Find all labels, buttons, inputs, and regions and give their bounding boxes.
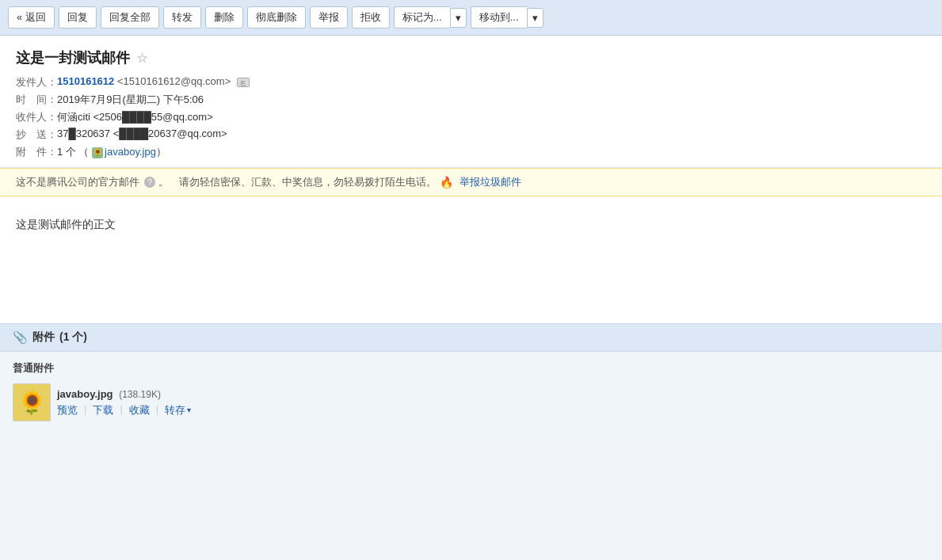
email-subject-row: 这是一封测试邮件 ☆: [16, 48, 926, 67]
back-button[interactable]: « 返回: [8, 6, 55, 29]
email-body: 这是测试邮件的正文: [0, 196, 942, 323]
from-row: 发件人： 1510161612 <1510161612@qq.com> 名: [16, 75, 926, 90]
move-to-group: 移动到... ▾: [471, 6, 543, 29]
email-container: 这是一封测试邮件 ☆ 发件人： 1510161612 <1510161612@q…: [0, 36, 942, 323]
attachment-category-label: 普通附件: [13, 361, 929, 375]
email-subject: 这是一封测试邮件: [16, 48, 130, 67]
cc-value: 37█320637 <████20637@qq.com>: [57, 128, 227, 139]
warning-text2: 。 请勿轻信密保、汇款、中奖信息，勿轻易拨打陌生电话。: [158, 175, 437, 189]
warning-banner: 这不是腾讯公司的官方邮件 ? 。 请勿轻信密保、汇款、中奖信息，勿轻易拨打陌生电…: [0, 168, 942, 196]
from-label: 发件人：: [16, 75, 57, 90]
attachments-count-label: (1 个): [59, 330, 87, 345]
attachment-transfer-group: 转存 ▾: [165, 403, 191, 417]
move-to-arrow-button[interactable]: ▾: [527, 8, 543, 28]
attachment-item: 🌻 javaboy.jpg (138.19K) 预览 | 下载 | 收藏 |: [13, 383, 929, 421]
email-meta: 发件人： 1510161612 <1510161612@qq.com> 名 时 …: [16, 75, 926, 159]
attachment-collect-link[interactable]: 收藏: [129, 403, 150, 417]
attachments-body: 普通附件 🌻 javaboy.jpg (138.19K) 预览 | 下载 |: [0, 352, 942, 437]
time-value: 2019年7月9日(星期二) 下午5:06: [57, 93, 204, 107]
separator-3: |: [156, 403, 158, 417]
attachment-preview-link[interactable]: 预览: [57, 403, 78, 417]
attachment-transfer-link[interactable]: 转存: [165, 403, 185, 417]
to-value: 何涵citi <2506████55@qq.com>: [57, 110, 213, 124]
reject-button[interactable]: 拒收: [352, 6, 390, 29]
time-row: 时 间： 2019年7月9日(星期二) 下午5:06: [16, 93, 926, 107]
attachment-actions: 预览 | 下载 | 收藏 | 转存 ▾: [57, 403, 191, 417]
attachments-header-label: 附件: [32, 330, 55, 345]
thumbnail-sunflower-icon: 🌻: [18, 390, 46, 416]
sender-name[interactable]: 1510161612: [57, 75, 114, 87]
to-row: 收件人： 何涵citi <2506████55@qq.com>: [16, 110, 926, 124]
report-spam-link[interactable]: 举报垃圾邮件: [460, 175, 521, 189]
from-value: 1510161612 <1510161612@qq.com> 名: [57, 75, 250, 87]
attachments-header: 📎 附件 (1 个): [0, 324, 942, 352]
reply-all-button[interactable]: 回复全部: [101, 6, 159, 29]
attachment-file-link[interactable]: 🌻javaboy.jpg: [89, 146, 155, 158]
mark-as-group: 标记为... ▾: [394, 6, 467, 29]
report-button[interactable]: 举报: [310, 6, 348, 29]
attachment-label: 附 件：: [16, 145, 57, 159]
sender-email: <1510161612@qq.com>: [117, 75, 231, 87]
toolbar: « 返回 回复 回复全部 转发 删除 彻底删除 举报 拒收 标记为... ▾ 移…: [0, 0, 942, 36]
cc-row: 抄 送： 37█320637 <████20637@qq.com>: [16, 128, 926, 142]
warning-question-icon[interactable]: ?: [144, 177, 155, 188]
separator-1: |: [84, 403, 86, 417]
attachments-section: 📎 附件 (1 个) 普通附件 🌻 javaboy.jpg (138.19K) …: [0, 323, 942, 437]
email-header: 这是一封测试邮件 ☆ 发件人： 1510161612 <1510161612@q…: [0, 36, 942, 168]
attachment-meta-value: 1 个 （ 🌻javaboy.jpg）: [57, 145, 166, 159]
attachment-file-row: 🌻 javaboy.jpg (138.19K) 预览 | 下载 | 收藏 |: [13, 383, 929, 421]
transfer-arrow-icon[interactable]: ▾: [187, 406, 191, 414]
delete-permanent-button[interactable]: 彻底删除: [247, 6, 306, 29]
move-to-button[interactable]: 移动到...: [471, 6, 527, 29]
delete-button[interactable]: 删除: [205, 6, 243, 29]
attachment-filename: javaboy.jpg (138.19K): [57, 388, 191, 400]
attachment-thumbnail: 🌻: [13, 383, 51, 421]
clip-icon: 📎: [13, 330, 28, 345]
mark-as-button[interactable]: 标记为...: [394, 6, 450, 29]
attachment-info: javaboy.jpg (138.19K) 预览 | 下载 | 收藏 | 转存 …: [57, 388, 191, 417]
contact-card-icon[interactable]: 名: [237, 78, 250, 87]
reply-button[interactable]: 回复: [59, 6, 97, 29]
cc-label: 抄 送：: [16, 128, 57, 142]
to-label: 收件人：: [16, 110, 57, 124]
forward-button[interactable]: 转发: [163, 6, 201, 29]
email-body-text: 这是测试邮件的正文: [16, 215, 926, 233]
mark-as-arrow-button[interactable]: ▾: [450, 8, 467, 28]
attachment-download-link[interactable]: 下载: [93, 403, 113, 417]
time-label: 时 间：: [16, 93, 57, 107]
star-icon[interactable]: ☆: [136, 51, 147, 66]
attachment-meta-row: 附 件： 1 个 （ 🌻javaboy.jpg）: [16, 145, 926, 159]
warning-text1: 这不是腾讯公司的官方邮件: [16, 175, 139, 189]
fire-icon: 🔥: [440, 176, 453, 189]
attachment-count: 1 个: [57, 146, 76, 158]
separator-2: |: [120, 403, 122, 417]
attachment-size: (138.19K): [119, 389, 161, 400]
